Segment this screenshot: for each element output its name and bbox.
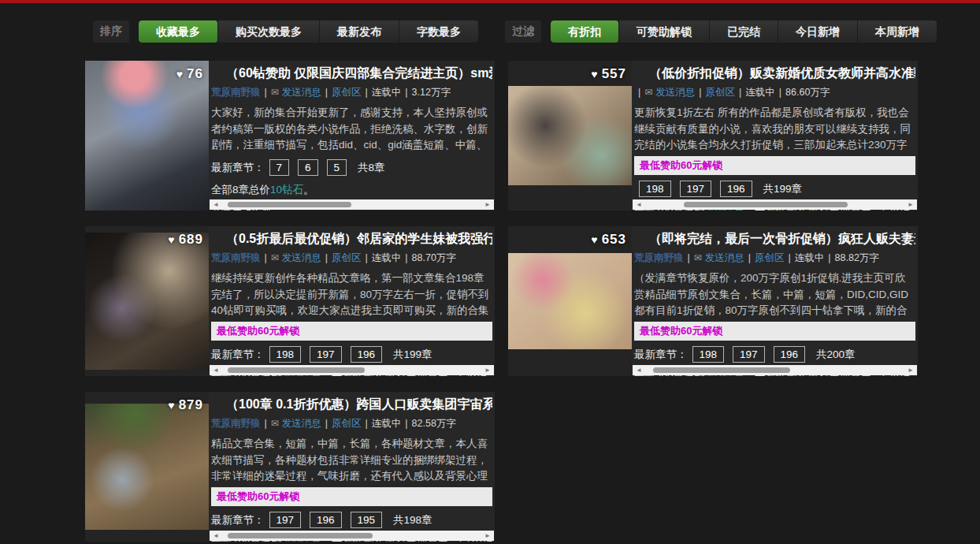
send-message-link[interactable]: 发送消息 xyxy=(282,252,321,263)
chapter-button[interactable]: 5 xyxy=(327,159,347,176)
send-message-link[interactable]: 发送消息 xyxy=(705,252,744,263)
latest-chapters-label: 最新章节： xyxy=(211,513,265,527)
scrollbar-track[interactable] xyxy=(222,199,481,210)
scrollbar-track[interactable] xyxy=(645,365,904,375)
sort-newest-button[interactable]: 最新发布 xyxy=(320,20,399,43)
meta-separator: | xyxy=(265,252,267,263)
horizontal-scrollbar[interactable]: ◄ ► xyxy=(210,531,494,541)
meta-separator: | xyxy=(325,418,328,429)
filter-sponsor-unlock-button[interactable]: 可赞助解锁 xyxy=(619,20,710,43)
likes-count: 653 xyxy=(602,232,626,247)
horizontal-scrollbar[interactable]: ◄ ► xyxy=(633,199,917,210)
sponsor-unlock-button[interactable]: 最低赞助60元解锁 xyxy=(211,487,492,506)
filter-completed-button[interactable]: 已完结 xyxy=(710,20,778,43)
chapter-button[interactable]: 197 xyxy=(269,512,302,528)
author-link[interactable]: 荒原南野狼 xyxy=(211,418,261,429)
author-link[interactable]: 荒原南野狼 xyxy=(634,252,684,263)
novel-title-link[interactable]: （100章 0.1折折优惠）跨国人口贩卖集团宇宙系列之绑 xyxy=(211,397,492,413)
novel-title-link[interactable]: （低价折扣促销）贩卖新婚优质女教师并高水准验货调教大 xyxy=(634,65,915,82)
scrollbar-thumb[interactable] xyxy=(228,367,365,373)
author-link[interactable]: 荒原南野狼 xyxy=(211,87,261,98)
meta-separator: | xyxy=(405,87,407,98)
scroll-left-icon[interactable]: ◄ xyxy=(210,365,222,375)
likes-badge: ♥689 xyxy=(85,232,203,248)
meta-line: 荒原南野狼|✉发送消息|原创区|连载中|82.58万字 xyxy=(211,417,492,430)
horizontal-scrollbar[interactable]: ◄ ► xyxy=(210,199,494,210)
scrollbar-thumb[interactable] xyxy=(653,367,790,373)
serial-status: 连载中 xyxy=(795,252,825,263)
sponsor-unlock-button[interactable]: 最低赞助60元解锁 xyxy=(634,322,915,341)
scrollbar-track[interactable] xyxy=(222,365,481,375)
filter-discounted-button[interactable]: 有折扣 xyxy=(551,20,619,43)
chapter-button[interactable]: 198 xyxy=(639,181,671,197)
cover-image[interactable] xyxy=(85,61,209,211)
send-message-link[interactable]: 发送消息 xyxy=(282,418,321,429)
scrollbar-track[interactable] xyxy=(222,531,481,541)
chapter-button[interactable]: 196 xyxy=(310,512,342,528)
cover-image[interactable] xyxy=(85,226,209,376)
scroll-right-icon[interactable]: ► xyxy=(904,365,917,375)
chapter-button[interactable]: 7 xyxy=(269,159,290,176)
zone-link[interactable]: 原创区 xyxy=(332,87,362,98)
zone-link[interactable]: 原创区 xyxy=(332,252,362,263)
word-count: 3.12万字 xyxy=(412,87,451,98)
scroll-right-icon[interactable]: ► xyxy=(481,365,494,375)
scroll-left-icon[interactable]: ◄ xyxy=(633,199,645,210)
latest-chapters-label: 最新章节： xyxy=(634,348,688,362)
sponsor-unlock-button[interactable]: 最低赞助60元解锁 xyxy=(211,322,492,341)
scrollbar-thumb[interactable] xyxy=(228,202,352,207)
chapter-button[interactable]: 196 xyxy=(720,181,752,197)
meta-separator: | xyxy=(366,87,368,98)
novel-title-link[interactable]: （即将完结，最后一次骨折促销）疯狂人贩夫妻连环绑 xyxy=(634,231,915,248)
scroll-left-icon[interactable]: ◄ xyxy=(210,199,222,210)
chapter-button[interactable]: 196 xyxy=(774,346,806,363)
top-accent-bar xyxy=(0,0,980,3)
zone-link[interactable]: 原创区 xyxy=(755,252,785,263)
scroll-right-icon[interactable]: ► xyxy=(481,531,494,541)
price-diamonds: 10钻石 xyxy=(270,184,303,196)
sort-most-favorited-button[interactable]: 收藏最多 xyxy=(139,20,218,43)
cover-image[interactable] xyxy=(508,61,632,211)
likes-badge: ♥557 xyxy=(508,66,626,82)
novel-title-link[interactable]: （60钻赞助 仅限国庆四部集合完结进主页）sm爱好者的 xyxy=(211,65,492,82)
price-prefix: 全部8章总价 xyxy=(211,184,270,196)
scrollbar-thumb[interactable] xyxy=(228,533,373,538)
meta-separator: | xyxy=(779,87,781,98)
sponsor-unlock-button[interactable]: 最低赞助60元解锁 xyxy=(634,156,915,175)
novel-card: ♥689 （0.5折最后最优促销）邻居家的学生妹被我强行绑架之 荒原南野狼|✉发… xyxy=(85,226,495,376)
send-message-link[interactable]: 发送消息 xyxy=(282,87,321,98)
scroll-right-icon[interactable]: ► xyxy=(481,199,494,210)
zone-link[interactable]: 原创区 xyxy=(706,87,736,98)
send-message-link[interactable]: 发送消息 xyxy=(655,87,695,98)
meta-separator: | xyxy=(405,418,407,429)
chapter-button[interactable]: 195 xyxy=(351,512,383,528)
horizontal-scrollbar[interactable]: ◄ ► xyxy=(210,365,494,375)
scroll-left-icon[interactable]: ◄ xyxy=(210,531,222,541)
chapter-button[interactable]: 198 xyxy=(692,346,725,363)
horizontal-scrollbar[interactable]: ◄ ► xyxy=(633,365,917,375)
sort-most-purchased-button[interactable]: 购买次数最多 xyxy=(218,20,320,43)
cover-image[interactable] xyxy=(85,392,209,542)
cover-image[interactable] xyxy=(508,226,632,376)
chapter-button[interactable]: 196 xyxy=(351,346,383,363)
chapter-button[interactable]: 6 xyxy=(298,159,318,176)
scroll-left-icon[interactable]: ◄ xyxy=(633,365,645,375)
filter-new-today-button[interactable]: 今日新增 xyxy=(778,20,858,43)
meta-line: |✉发送消息|原创区|连载中|86.60万字 xyxy=(634,86,915,99)
filter-new-this-week-button[interactable]: 本周新增 xyxy=(858,20,937,43)
chapter-button[interactable]: 197 xyxy=(733,346,765,363)
chapter-button[interactable]: 198 xyxy=(269,346,302,363)
likes-badge: ♥76 xyxy=(85,66,203,82)
author-link[interactable]: 荒原南野狼 xyxy=(211,252,261,263)
novel-title-link[interactable]: （0.5折最后最优促销）邻居家的学生妹被我强行绑架之 xyxy=(211,231,492,248)
chapter-button[interactable]: 197 xyxy=(680,181,712,197)
cover-art xyxy=(508,86,632,184)
chapter-button[interactable]: 197 xyxy=(310,346,342,363)
scroll-right-icon[interactable]: ► xyxy=(904,199,917,210)
zone-link[interactable]: 原创区 xyxy=(332,418,362,429)
scrollbar-track[interactable] xyxy=(645,199,904,210)
scrollbar-thumb[interactable] xyxy=(684,202,847,207)
novel-card: ♥76 （60钻赞助 仅限国庆四部集合完结进主页）sm爱好者的 荒原南野狼|✉发… xyxy=(85,61,495,211)
word-count: 86.60万字 xyxy=(785,87,830,98)
sort-most-words-button[interactable]: 字数最多 xyxy=(399,20,478,43)
